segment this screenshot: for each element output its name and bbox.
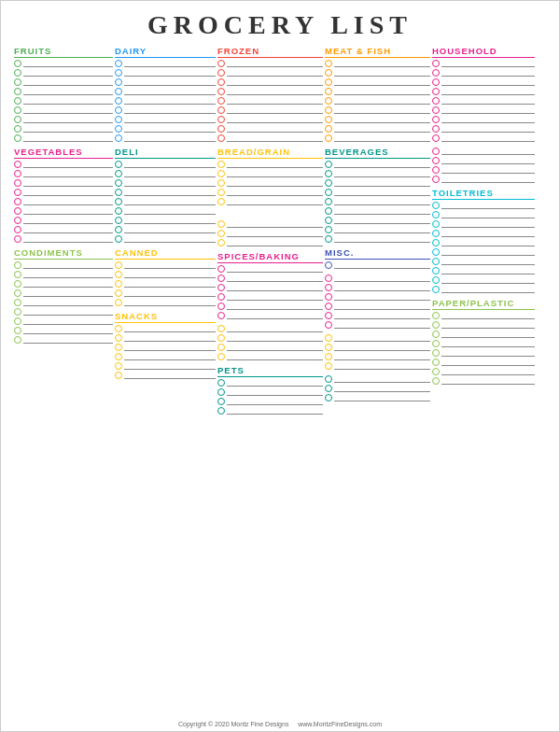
bullet-icon: [14, 261, 21, 269]
deli-header: DELI: [115, 147, 216, 159]
bullet-icon: [14, 88, 21, 95]
bullet-icon: [115, 299, 122, 306]
bullet-icon: [14, 198, 21, 205]
list-item: [115, 197, 216, 205]
bullet-icon: [115, 198, 122, 205]
bullet-icon: [217, 293, 225, 301]
write-line: [124, 371, 216, 379]
write-line: [23, 289, 113, 297]
list-item: [115, 289, 216, 297]
bullet-icon: [14, 299, 21, 306]
household-header: HOUSEHOLD: [432, 46, 535, 58]
bullet-icon: [432, 340, 440, 347]
list-item: [115, 225, 216, 233]
bullet-icon: [432, 148, 440, 155]
write-line: [23, 279, 113, 288]
bullet-icon: [325, 261, 332, 269]
section-pets: PETS: [217, 365, 323, 415]
bullet-icon: [115, 134, 122, 142]
list-item: [14, 216, 113, 224]
list-item: [325, 393, 430, 401]
write-line: [124, 77, 216, 86]
bullet-icon: [14, 235, 21, 243]
write-line: [334, 225, 430, 233]
bullet-icon: [115, 161, 122, 168]
list-item: [325, 124, 430, 133]
list-item: [325, 302, 430, 310]
list-item: [432, 247, 535, 256]
list-item: [325, 320, 430, 329]
bullet-icon: [217, 398, 225, 405]
write-line: [334, 59, 430, 67]
bullet-icon: [325, 78, 332, 86]
section-bread-grain: BREAD/GRAIN: [217, 147, 323, 205]
write-line: [441, 201, 535, 209]
bullet-icon: [14, 280, 21, 288]
bullet-icon: [115, 179, 122, 187]
write-line: [334, 169, 430, 177]
paper-plastic-header: PAPER/PLASTIC: [432, 298, 535, 310]
bullet-icon: [115, 217, 122, 224]
list-item: [14, 59, 113, 67]
write-line: [334, 96, 430, 105]
list-item: [217, 387, 323, 396]
write-line: [124, 260, 216, 269]
footer-website: www.MoritzFineDesigns.com: [298, 721, 382, 727]
bullet-icon: [115, 372, 122, 379]
bullet-icon: [432, 60, 440, 67]
write-line: [124, 361, 216, 370]
list-item: [432, 134, 535, 142]
list-item: [14, 298, 113, 306]
bullet-icon: [115, 325, 122, 332]
write-line: [334, 393, 430, 401]
list-item: [325, 115, 430, 123]
bullet-icon: [14, 69, 21, 77]
list-item: [325, 292, 430, 301]
list-item: [432, 175, 535, 183]
write-line: [441, 106, 535, 114]
write-line: [441, 68, 535, 77]
list-item: [115, 206, 216, 215]
write-line: [227, 106, 323, 114]
write-line: [334, 160, 430, 168]
section-frozen: FROZEN: [217, 46, 323, 142]
bullet-icon: [217, 303, 225, 310]
list-item: [217, 106, 323, 114]
write-line: [23, 77, 113, 86]
bullet-icon: [325, 189, 332, 196]
bullet-icon: [217, 116, 225, 123]
section-household: HOUSEHOLD: [432, 46, 535, 142]
list-item: [115, 298, 216, 306]
bullet-icon: [115, 207, 122, 215]
write-line: [441, 219, 535, 228]
write-line: [124, 333, 216, 342]
list-item: [432, 257, 535, 265]
list-item: [14, 77, 113, 86]
write-line: [227, 169, 323, 177]
write-line: [334, 106, 430, 114]
write-line: [441, 96, 535, 105]
list-item: [325, 216, 430, 224]
write-line: [23, 115, 113, 123]
bullet-icon: [432, 349, 440, 357]
list-item: [14, 96, 113, 105]
list-item: [115, 260, 216, 269]
bullet-icon: [14, 170, 21, 177]
write-line: [227, 333, 323, 342]
list-item: [217, 397, 323, 405]
list-item: [14, 178, 113, 187]
bullet-icon: [432, 116, 440, 123]
list-item: [432, 165, 535, 174]
bullet-icon: [115, 353, 122, 360]
list-item: [432, 156, 535, 164]
bullet-icon: [325, 179, 332, 187]
bullet-icon: [14, 207, 21, 215]
list-item: [14, 234, 113, 243]
bullet-icon: [217, 189, 225, 196]
bullet-icon: [325, 303, 332, 310]
bullet-icon: [432, 258, 440, 265]
section-beverages: BEVERAGES: [325, 147, 430, 243]
list-item: [325, 274, 430, 282]
list-item: [217, 283, 323, 291]
write-line: [334, 197, 430, 205]
